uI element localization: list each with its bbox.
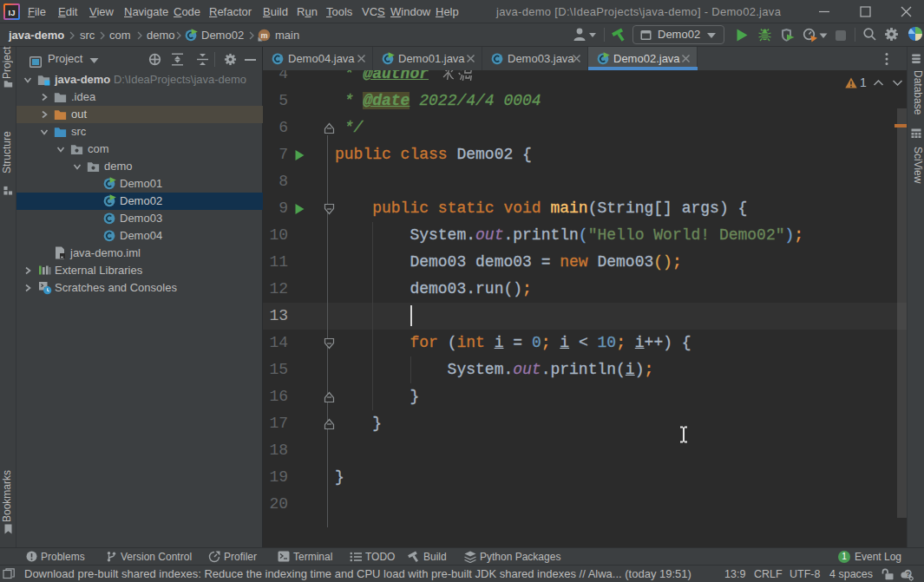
svg-text:IJ: IJ bbox=[9, 8, 16, 17]
svg-text:m: m bbox=[260, 31, 267, 40]
